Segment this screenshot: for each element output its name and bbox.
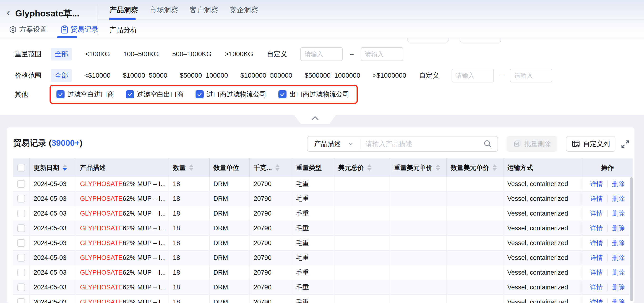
delete-link[interactable]: 删除 [612,180,625,188]
price-option-5[interactable]: >$1000000 [373,72,406,79]
detail-link[interactable]: 详情 [590,298,603,303]
action-separator [607,269,608,276]
detail-link[interactable]: 详情 [590,180,603,188]
action-separator [607,210,608,217]
desc-rest: 62% MUP – I... [123,210,166,217]
collapse-filter-handle[interactable] [294,114,336,124]
tab-market-insight[interactable]: 市场洞察 [150,5,178,15]
row-checkbox[interactable] [18,224,25,232]
column-header-4[interactable]: 千克... [250,158,292,177]
desc-highlight: GLYPHOSATE [80,240,123,247]
detail-link[interactable]: 详情 [590,209,603,218]
tab-product-analysis[interactable]: 产品分析 [110,25,137,35]
detail-link[interactable]: 详情 [590,283,603,292]
tab-scheme-settings[interactable]: 方案设置 [9,25,47,34]
weight-option-3[interactable]: >1000KG [225,50,253,58]
desc-rest: 62% MUP – I... [123,195,166,202]
checkbox-checked-icon[interactable] [126,90,134,98]
delete-link[interactable]: 删除 [612,254,625,262]
sort-icons[interactable] [367,164,372,171]
sort-icons[interactable] [492,164,497,171]
select-all-checkbox[interactable] [18,164,25,172]
cell-usd-per-weight [390,295,447,303]
cell-weight-type: 毛重 [292,192,334,206]
cell-update-date: 2024-05-03 [30,206,76,220]
column-header-0[interactable]: 更新日期 [30,158,76,177]
tab-trade-records[interactable]: 贸易记录 [61,25,98,34]
detail-link[interactable]: 详情 [590,194,603,203]
detail-link[interactable]: 详情 [590,224,603,232]
tab-product-insight[interactable]: 产品洞察 [110,5,138,15]
weight-option-1[interactable]: 100–500KG [123,50,159,58]
row-checkbox[interactable] [18,239,25,247]
column-header-2[interactable]: 数量 [169,158,210,177]
cell-kilograms: 20790 [250,221,292,235]
price-option-3[interactable]: $100000–500000 [240,72,292,79]
tab-customer-insight[interactable]: 客户洞察 [190,5,218,15]
table-row: 2024-05-03GLYPHOSATE 62% MUP – I...18DRM… [13,280,632,295]
cell-usd-per-weight [390,192,447,206]
sort-icons[interactable] [275,164,280,171]
checkbox-checked-icon[interactable] [56,90,64,98]
price-option-4[interactable]: $500000–1000000 [304,72,360,79]
desc-rest: 62% MUP – I... [123,269,166,276]
back-icon[interactable]: ‹ [7,7,10,18]
weight-max-input[interactable] [361,47,403,61]
weight-all-chip[interactable]: 全部 [51,48,72,60]
other-row: 其他 [15,90,51,99]
filter-checkbox-2[interactable]: 进口商过滤物流公司 [196,90,266,99]
price-option-2[interactable]: $50000–100000 [180,72,228,79]
column-header-7[interactable]: 重量美元单价 [390,158,447,177]
checkbox-checked-icon[interactable] [196,90,204,98]
row-checkbox[interactable] [18,254,25,262]
cell-usd-total [334,265,390,280]
sort-icons[interactable] [436,164,440,171]
cell-weight-type: 毛重 [292,280,334,294]
delete-link[interactable]: 删除 [612,194,625,203]
delete-link[interactable]: 删除 [612,224,625,232]
vertical-scrollbar-thumb[interactable] [630,177,633,301]
delete-link[interactable]: 删除 [612,268,625,277]
delete-link[interactable]: 删除 [612,298,625,303]
delete-link[interactable]: 删除 [612,209,625,218]
search-icon[interactable] [483,139,492,148]
row-checkbox[interactable] [18,298,25,303]
row-checkbox[interactable] [18,180,25,188]
filter-checkbox-3[interactable]: 出口商过滤物流公司 [278,90,350,99]
detail-link[interactable]: 详情 [590,254,603,262]
weight-option-0[interactable]: <100KG [85,50,110,58]
search-field-select[interactable]: 产品描述 [308,139,360,148]
custom-columns-button[interactable]: 自定义列 [566,136,616,152]
sort-icons[interactable] [189,164,194,171]
row-checkbox[interactable] [18,210,25,217]
table-header: 更新日期产品描述数量数量单位千克...重量类型美元总价重量美元单价数量美元单价运… [13,158,632,177]
cell-kilograms: 20790 [250,295,292,303]
weight-option-2[interactable]: 500–1000KG [172,50,212,58]
price-min-input[interactable] [452,68,494,82]
column-header-6[interactable]: 美元总价 [334,158,390,177]
price-max-input[interactable] [510,68,552,82]
sort-icons[interactable] [63,164,67,171]
filter-checkbox-0[interactable]: 过滤空白进口商 [56,90,114,99]
price-option-1[interactable]: $10000–50000 [123,72,168,79]
filter-checkbox-1[interactable]: 过滤空白出口商 [126,90,184,99]
delete-link[interactable]: 删除 [612,239,625,247]
search-combo: 产品描述 [307,136,498,152]
detail-link[interactable]: 详情 [590,239,603,247]
weight-min-input[interactable] [300,47,343,61]
delete-link[interactable]: 删除 [612,283,625,292]
tab-competitor-insight[interactable]: 竞企洞察 [230,5,258,15]
price-option-0[interactable]: <$10000 [84,72,110,79]
cell-product-desc: GLYPHOSATE 62% MUP – I... [76,280,169,294]
row-checkbox[interactable] [18,284,25,291]
detail-link[interactable]: 详情 [590,268,603,277]
batch-delete-button[interactable]: 批量删除 [506,136,557,152]
cell-quantity-unit: DRM [210,236,250,250]
fullscreen-icon[interactable] [620,139,630,149]
column-header-8[interactable]: 数量美元单价 [447,158,504,177]
search-input[interactable] [360,140,483,148]
row-checkbox[interactable] [18,195,25,202]
price-all-chip[interactable]: 全部 [51,69,72,82]
checkbox-checked-icon[interactable] [278,90,286,98]
row-checkbox[interactable] [18,269,25,276]
